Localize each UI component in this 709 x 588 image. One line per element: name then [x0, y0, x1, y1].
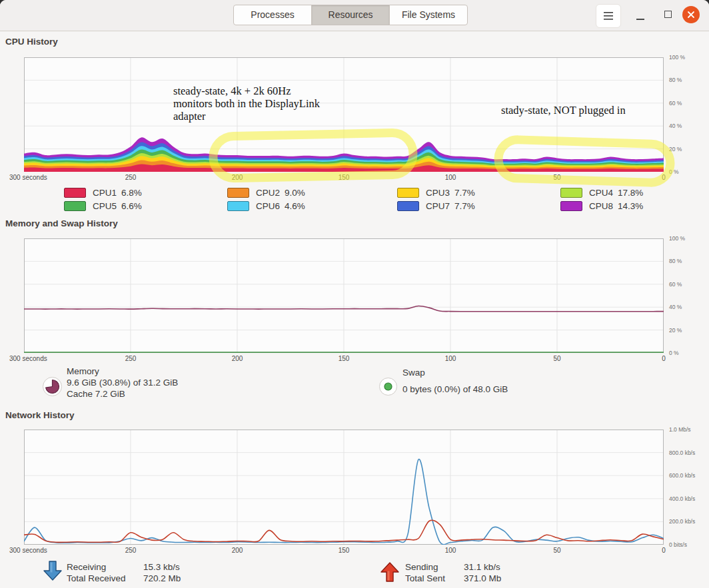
- x-axis-tick-label: 100: [430, 174, 470, 181]
- y-axis-tick-label: 100 %: [669, 235, 685, 242]
- close-button[interactable]: [682, 6, 700, 23]
- total-sent-value: 371.0 Mb: [464, 573, 501, 584]
- x-axis-tick-label: 200: [217, 174, 257, 181]
- x-axis-tick-label: 300 seconds: [9, 547, 69, 554]
- x-axis-tick-label: 200: [217, 355, 257, 362]
- network-history-chart: 300 seconds2502001501005001.0 Mb/s800.0 …: [24, 430, 664, 545]
- y-axis-tick-label: 800.0 kb/s: [669, 449, 695, 456]
- cpu-legend-item: CPU56.6%: [64, 200, 227, 211]
- cpu5-swatch: [64, 201, 86, 211]
- x-axis-tick-label: 100: [430, 547, 470, 554]
- primary-menu-button[interactable]: [596, 4, 621, 28]
- cpu-legend-item: CPU37.7%: [397, 187, 560, 198]
- x-axis-tick-label: 250: [111, 547, 151, 554]
- y-axis-tick-label: 1.0 Mb/s: [669, 426, 691, 433]
- x-axis-tick-label: 250: [111, 355, 151, 362]
- x-axis-tick-label: 150: [324, 355, 364, 362]
- y-axis-tick-label: 0 %: [669, 168, 679, 175]
- receiving-arrow-icon: [43, 560, 63, 585]
- memory-label: Memory: [67, 366, 178, 377]
- x-axis-tick-label: 50: [537, 355, 577, 362]
- y-axis-tick-label: 600.0 kb/s: [669, 472, 695, 479]
- memory-legend: Memory 9.6 GiB (30.8%) of 31.2 GiB Cache…: [67, 366, 178, 400]
- cpu-legend-item: CPU814.3%: [560, 200, 643, 211]
- memory-cache: Cache 7.2 GiB: [67, 388, 178, 400]
- cpu2-swatch: [227, 188, 249, 198]
- y-axis-tick-label: 60 %: [669, 281, 682, 288]
- y-axis-tick-label: 0 bits/s: [669, 541, 687, 548]
- receiving-label: Receiving: [67, 561, 143, 573]
- cpu1-swatch: [64, 188, 86, 198]
- chart-canvas: [24, 238, 664, 353]
- y-axis-tick-label: 40 %: [669, 304, 682, 310]
- x-axis-tick-label: 300 seconds: [9, 174, 69, 181]
- cpu-legend-item: CPU77.7%: [397, 200, 560, 211]
- x-axis-tick-label: 100: [430, 355, 470, 362]
- y-axis-tick-label: 40 %: [669, 123, 682, 129]
- x-axis-tick-label: 150: [324, 174, 364, 181]
- swap-label: Swap: [402, 367, 508, 378]
- cpu-legend-item: CPU417.8%: [560, 187, 643, 198]
- hamburger-icon: [603, 12, 614, 20]
- cpu-legend-item: CPU64.6%: [227, 200, 397, 211]
- memory-section-title: Memory and Swap History: [5, 218, 118, 228]
- x-axis-tick-label: 150: [324, 547, 364, 554]
- y-axis-tick-label: 20 %: [669, 327, 682, 334]
- y-axis-tick-label: 80 %: [669, 77, 682, 83]
- cpu-legend-item: CPU29.0%: [227, 187, 397, 198]
- x-axis-tick-label: 50: [537, 547, 577, 554]
- x-axis-tick-label: 50: [537, 174, 577, 181]
- cpu7-swatch: [397, 201, 419, 211]
- y-axis-tick-label: 20 %: [669, 146, 682, 152]
- x-axis-tick-label: 300 seconds: [9, 355, 69, 362]
- y-axis-tick-label: 200.0 kb/s: [669, 518, 695, 525]
- maximize-button[interactable]: [664, 11, 672, 18]
- swap-legend: Swap 0 bytes (0.0%) of 48.0 GiB: [402, 367, 508, 395]
- total-received-label: Total Received: [67, 573, 143, 584]
- receiving-rate: 15.3 kb/s: [143, 561, 181, 573]
- y-axis-tick-label: 0 %: [669, 350, 679, 356]
- sending-label: Sending: [405, 561, 464, 573]
- memory-pie-icon: [42, 376, 63, 400]
- cpu-legend: CPU16.8% CPU29.0% CPU37.7% CPU417.8% CPU…: [64, 187, 643, 211]
- cpu6-swatch: [227, 201, 249, 211]
- x-axis-tick-label: 200: [217, 547, 257, 554]
- sending-rate: 31.1 kb/s: [464, 561, 501, 573]
- network-section-title: Network History: [5, 410, 75, 420]
- close-icon: [687, 11, 695, 19]
- sending-arrow-icon: [380, 560, 400, 585]
- cpu-section-title: CPU History: [5, 37, 58, 47]
- tab-resources[interactable]: Resources: [311, 5, 390, 25]
- y-axis-tick-label: 400.0 kb/s: [669, 495, 695, 502]
- cpu4-swatch: [560, 188, 582, 198]
- system-monitor-window: Processes Resources File Systems CPU His…: [0, 0, 709, 588]
- cpu8-swatch: [560, 201, 582, 211]
- y-axis-tick-label: 60 %: [669, 100, 682, 107]
- minimize-button[interactable]: [636, 19, 644, 20]
- y-axis-tick-label: 100 %: [669, 54, 685, 61]
- cpu-legend-item: CPU16.8%: [64, 187, 227, 198]
- swap-usage: 0 bytes (0.0%) of 48.0 GiB: [402, 384, 508, 395]
- cpu-history-chart: 300 seconds250200150100500100 %80 %60 %4…: [24, 57, 664, 172]
- header-bar: Processes Resources File Systems: [0, 0, 709, 31]
- swap-pie-icon: [378, 377, 398, 399]
- tab-processes[interactable]: Processes: [233, 5, 312, 25]
- total-sent-label: Total Sent: [405, 573, 464, 584]
- x-axis-tick-label: 250: [111, 174, 151, 181]
- tab-file-systems[interactable]: File Systems: [389, 5, 468, 25]
- view-switcher: Processes Resources File Systems: [233, 5, 468, 25]
- y-axis-tick-label: 80 %: [669, 258, 682, 264]
- chart-canvas: [24, 57, 664, 172]
- memory-swap-chart: 300 seconds250200150100500100 %80 %60 %4…: [24, 238, 664, 353]
- network-sending-legend: Sending 31.1 kb/s Total Sent 371.0 Mb: [405, 561, 501, 584]
- network-receiving-legend: Receiving 15.3 kb/s Total Received 720.2…: [67, 561, 181, 584]
- chart-canvas: [24, 430, 664, 545]
- memory-usage: 9.6 GiB (30.8%) of 31.2 GiB: [67, 377, 178, 388]
- total-received-value: 720.2 Mb: [143, 573, 181, 584]
- cpu3-swatch: [397, 188, 419, 198]
